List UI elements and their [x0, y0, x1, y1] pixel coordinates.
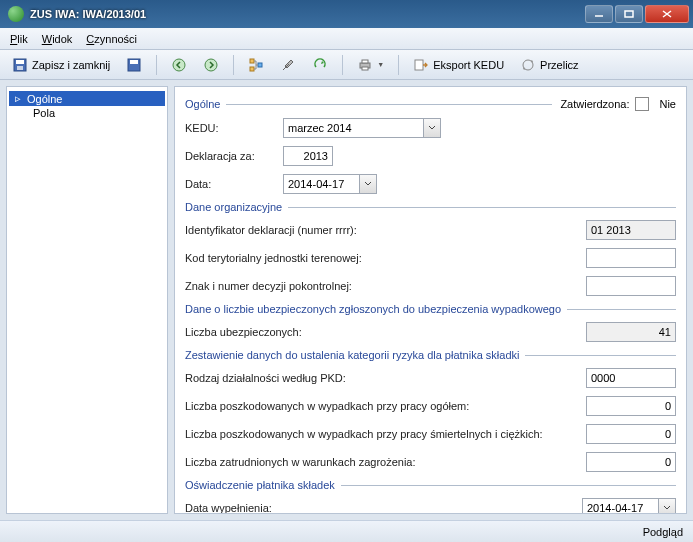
zatwierdzona-checkbox[interactable]	[635, 97, 649, 111]
group-osw: Oświadczenie płatnika składek	[185, 479, 676, 491]
floppy-small-icon	[126, 57, 142, 73]
zagr-label: Liczba zatrudnionych w warunkach zagroże…	[185, 456, 565, 468]
save-button[interactable]	[120, 53, 148, 77]
svg-rect-12	[362, 60, 368, 63]
svg-rect-8	[250, 59, 254, 63]
arrow-right-icon	[203, 57, 219, 73]
deklaracja-label: Deklaracja za:	[185, 150, 283, 162]
tree-label-pola: Pola	[33, 107, 55, 119]
export-kedu-button[interactable]: Eksport KEDU	[407, 53, 510, 77]
data-combo[interactable]: 2014-04-17	[283, 174, 377, 194]
svg-rect-2	[16, 60, 24, 64]
recycle-icon	[312, 57, 328, 73]
nav-tree: ▹ Ogólne Pola	[6, 86, 168, 514]
save-close-button[interactable]: Zapisz i zamknij	[6, 53, 116, 77]
toolbar: Zapisz i zamknij ▼ Eksport KEDU Przelicz	[0, 50, 693, 80]
menu-plik[interactable]: Plik	[10, 33, 28, 45]
deklaracja-input[interactable]: 2013	[283, 146, 333, 166]
tool1-button[interactable]	[242, 53, 270, 77]
svg-rect-13	[362, 67, 368, 70]
menu-czynnosci[interactable]: Czynności	[86, 33, 137, 45]
data-wyp-combo[interactable]: 2014-04-17	[582, 498, 676, 514]
svg-point-6	[173, 59, 185, 71]
svg-rect-5	[130, 60, 138, 64]
minimize-button[interactable]	[585, 5, 613, 23]
menubar: Plik Widok Czynności	[0, 28, 693, 50]
group-ogolne: Ogólne Zatwierdzona: Nie	[185, 97, 676, 111]
form-panel: Ogólne Zatwierdzona: Nie KEDU: marzec 20…	[174, 86, 687, 514]
window-title: ZUS IWA: IWA/2013/01	[30, 8, 583, 20]
pkd-input[interactable]: 0000	[586, 368, 676, 388]
pkd-label: Rodzaj działalności według PKD:	[185, 372, 505, 384]
przelicz-label: Przelicz	[540, 59, 579, 71]
kedu-combo[interactable]: marzec 2014	[283, 118, 441, 138]
kod-input[interactable]	[586, 248, 676, 268]
tool3-button[interactable]	[306, 53, 334, 77]
printer-icon	[357, 57, 373, 73]
kedu-label: KEDU:	[185, 122, 283, 134]
zatwierdzona-label: Zatwierdzona:	[560, 98, 629, 110]
poszk-og-label: Liczba poszkodowanych w wypadkach przy p…	[185, 400, 565, 412]
group-ubezp: Dane o liczbie ubezpieczonych zgłoszonyc…	[185, 303, 676, 315]
przelicz-button[interactable]: Przelicz	[514, 53, 585, 77]
close-button[interactable]	[645, 5, 689, 23]
liczba-ubezp-label: Liczba ubezpieczonych:	[185, 326, 505, 338]
znak-label: Znak i numer decyzji pokontrolnej:	[185, 280, 505, 292]
export-kedu-label: Eksport KEDU	[433, 59, 504, 71]
poszk-sc-input[interactable]: 0	[586, 424, 676, 444]
group-org: Dane organizacyjne	[185, 201, 676, 213]
znak-input[interactable]	[586, 276, 676, 296]
statusbar: Podgląd	[0, 520, 693, 542]
print-button[interactable]: ▼	[351, 53, 390, 77]
export-icon	[413, 57, 429, 73]
dropdown-icon	[423, 118, 441, 138]
maximize-button[interactable]	[615, 5, 643, 23]
svg-rect-0	[625, 11, 633, 17]
svg-rect-14	[415, 60, 423, 70]
tree-icon	[248, 57, 264, 73]
dropdown-icon	[658, 498, 676, 514]
tree-label-ogolne: Ogólne	[27, 93, 62, 105]
kod-label: Kod terytorialny jednostki terenowej:	[185, 252, 505, 264]
tool2-button[interactable]	[274, 53, 302, 77]
dropdown-icon	[359, 174, 377, 194]
data-label: Data:	[185, 178, 283, 190]
nav-fwd-button[interactable]	[197, 53, 225, 77]
tools-icon	[280, 57, 296, 73]
status-podglad[interactable]: Podgląd	[643, 526, 683, 538]
dropdown-arrow-icon: ▼	[377, 61, 384, 68]
app-icon	[8, 6, 24, 22]
poszk-og-input[interactable]: 0	[586, 396, 676, 416]
poszk-sc-label: Liczba poszkodowanych w wypadkach przy p…	[185, 428, 565, 440]
svg-point-7	[205, 59, 217, 71]
chevron-right-icon: ▹	[13, 92, 23, 105]
arrow-left-icon	[171, 57, 187, 73]
svg-rect-9	[250, 67, 254, 71]
tree-item-ogolne[interactable]: ▹ Ogólne	[9, 91, 165, 106]
recalc-icon	[520, 57, 536, 73]
nav-back-button[interactable]	[165, 53, 193, 77]
zatwierdzona-value: Nie	[659, 98, 676, 110]
ident-label: Identyfikator deklaracji (numer rrrr):	[185, 224, 505, 236]
floppy-icon	[12, 57, 28, 73]
svg-rect-10	[258, 63, 262, 67]
ident-input[interactable]: 01 2013	[586, 220, 676, 240]
zagr-input[interactable]: 0	[586, 452, 676, 472]
data-wyp-label: Data wypełnienia:	[185, 502, 505, 514]
group-zest: Zestawienie danych do ustalenia kategori…	[185, 349, 676, 361]
menu-widok[interactable]: Widok	[42, 33, 73, 45]
titlebar: ZUS IWA: IWA/2013/01	[0, 0, 693, 28]
tree-item-pola[interactable]: Pola	[9, 106, 165, 120]
liczba-ubezp-input[interactable]: 41	[586, 322, 676, 342]
save-close-label: Zapisz i zamknij	[32, 59, 110, 71]
svg-rect-3	[17, 66, 23, 70]
